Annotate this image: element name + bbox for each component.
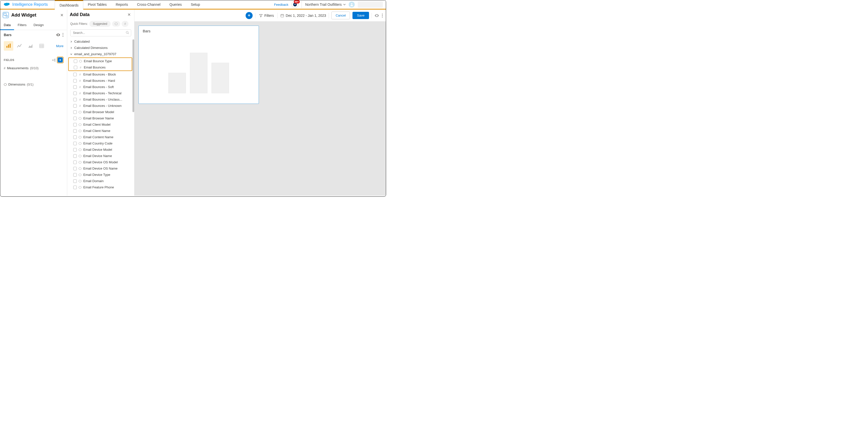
field-item[interactable]: Email Feature Phone <box>68 184 132 190</box>
tree-group[interactable]: email_and_journey_1079707 <box>68 51 132 57</box>
tab-setup[interactable]: Setup <box>186 0 205 9</box>
svg-point-6 <box>63 36 63 37</box>
dimension-icon <box>79 180 82 183</box>
field-checkbox[interactable] <box>73 129 77 133</box>
quick-filter-suggested[interactable]: Suggested <box>89 21 111 27</box>
chart-type-more[interactable]: More <box>56 44 63 48</box>
quick-filter-dimension[interactable] <box>112 21 120 27</box>
close-add-data-button[interactable]: ✕ <box>127 12 131 17</box>
quick-filter-measure[interactable]: # <box>122 21 128 27</box>
field-item[interactable]: #Email Bounces - Block <box>68 71 132 77</box>
feedback-link[interactable]: Feedback <box>274 3 288 6</box>
field-checkbox[interactable] <box>73 173 77 177</box>
filters-button[interactable]: Filters <box>258 13 275 18</box>
hash-icon: # <box>79 92 82 95</box>
svg-point-23 <box>382 17 383 17</box>
canvas-body[interactable]: Bars <box>134 22 386 196</box>
svg-point-4 <box>63 33 63 34</box>
field-item[interactable]: Email Domain <box>68 178 132 184</box>
field-item[interactable]: #Email Bounces - Unknown <box>68 103 132 109</box>
widget-preview[interactable]: Bars <box>138 26 259 104</box>
field-item[interactable]: Email Client Name <box>68 128 132 134</box>
chart-type-area[interactable] <box>26 41 35 51</box>
tab-queries[interactable]: Queries <box>165 0 186 9</box>
save-button[interactable]: Save <box>352 12 369 19</box>
tab-dashboards[interactable]: Dashboards <box>55 0 83 9</box>
add-component-button[interactable]: + <box>246 12 253 19</box>
global-search[interactable] <box>358 1 383 8</box>
field-item[interactable]: Email Browser Model <box>68 109 132 115</box>
field-item[interactable]: Email Device Type <box>68 171 132 178</box>
field-item[interactable]: Email Device Name <box>68 153 132 159</box>
field-checkbox[interactable] <box>73 167 77 170</box>
add-widget-panel: Add Widget ✕ Data Filters Design Bars <box>0 9 67 196</box>
add-data-title: Add Data <box>70 12 90 17</box>
subtab-filters[interactable]: Filters <box>14 21 30 30</box>
field-checkbox[interactable] <box>73 135 77 139</box>
notification-button[interactable]: 99+ <box>291 1 299 8</box>
hash-icon: # <box>4 66 5 70</box>
close-add-widget-button[interactable]: ✕ <box>60 13 63 18</box>
field-checkbox[interactable] <box>74 66 77 69</box>
field-checkbox[interactable] <box>74 59 77 63</box>
field-item[interactable]: Email Bounce Type <box>69 58 132 64</box>
org-switcher[interactable]: Northern Trail Outfitters <box>302 1 346 8</box>
tree-group[interactable]: Calculated <box>68 38 132 45</box>
tab-reports[interactable]: Reports <box>111 0 132 9</box>
tab-cross-channel[interactable]: Cross-Channel <box>132 0 165 9</box>
field-item[interactable]: #Email Bounces - Soft <box>68 84 132 90</box>
svg-rect-17 <box>281 14 284 17</box>
widget-menu-button[interactable] <box>62 33 63 37</box>
field-item[interactable]: Email Device OS Name <box>68 165 132 171</box>
field-checkbox[interactable] <box>73 110 77 114</box>
field-checkbox[interactable] <box>73 79 77 83</box>
field-item[interactable]: #Email Bounces <box>69 64 132 70</box>
field-checkbox[interactable] <box>73 73 77 76</box>
field-checkbox[interactable] <box>73 104 77 107</box>
field-item[interactable]: Email Browser Name <box>68 115 132 121</box>
field-checkbox[interactable] <box>73 154 77 158</box>
field-item[interactable]: #Email Bounces - Hard <box>68 77 132 84</box>
field-checkbox[interactable] <box>73 142 77 145</box>
field-checkbox[interactable] <box>73 179 77 183</box>
field-search-input[interactable] <box>70 29 131 36</box>
field-checkbox[interactable] <box>73 148 77 152</box>
field-checkbox[interactable] <box>73 123 77 126</box>
placeholder-bar <box>190 53 208 93</box>
field-item[interactable]: Email Country Code <box>68 140 132 147</box>
chart-type-table[interactable] <box>37 41 46 51</box>
svg-point-2 <box>295 4 296 5</box>
subtab-data[interactable]: Data <box>0 21 14 30</box>
add-field-button[interactable]: + <box>58 58 63 62</box>
field-item[interactable]: Email Client Model <box>68 121 132 128</box>
scrollbar[interactable] <box>132 39 134 112</box>
dimensions-row[interactable]: Dimensions (0/1) <box>0 80 67 89</box>
preview-button[interactable] <box>374 13 379 18</box>
field-item[interactable]: #Email Bounces - Unclass... <box>68 96 132 103</box>
chart-type-line[interactable] <box>15 41 24 51</box>
subtab-design[interactable]: Design <box>30 21 47 30</box>
field-checkbox[interactable] <box>73 117 77 120</box>
date-range-picker[interactable]: Dec 1, 2022 - Jan 1, 2023 <box>280 13 326 18</box>
field-checkbox[interactable] <box>73 92 77 95</box>
measurements-row[interactable]: # Measurements (0/10) <box>0 64 67 72</box>
field-checkbox[interactable] <box>73 85 77 89</box>
field-checkbox[interactable] <box>73 161 77 164</box>
field-tree[interactable]: CalculatedCalculated Dimensionsemail_and… <box>67 38 134 196</box>
field-item[interactable]: Email Device OS Model <box>68 159 132 165</box>
field-item[interactable]: Email Content Name <box>68 134 132 140</box>
chart-type-bar[interactable] <box>4 41 13 51</box>
field-item[interactable]: #Email Bounces - Technical <box>68 90 132 96</box>
user-avatar[interactable] <box>349 1 355 7</box>
group-label: Calculated Dimensions <box>74 46 107 50</box>
field-item[interactable]: Email Device Model <box>68 147 132 153</box>
canvas-menu-button[interactable] <box>382 13 383 18</box>
tree-group[interactable]: Calculated Dimensions <box>68 45 132 51</box>
widget-name-row: Bars <box>0 30 67 40</box>
field-checkbox[interactable] <box>73 98 77 101</box>
tab-pivot-tables[interactable]: Pivot Tables <box>83 0 111 9</box>
cancel-button[interactable]: Cancel <box>331 11 350 19</box>
field-checkbox[interactable] <box>73 186 77 189</box>
visibility-toggle[interactable] <box>56 33 60 37</box>
add-formula-button[interactable]: +Σ <box>52 58 56 62</box>
